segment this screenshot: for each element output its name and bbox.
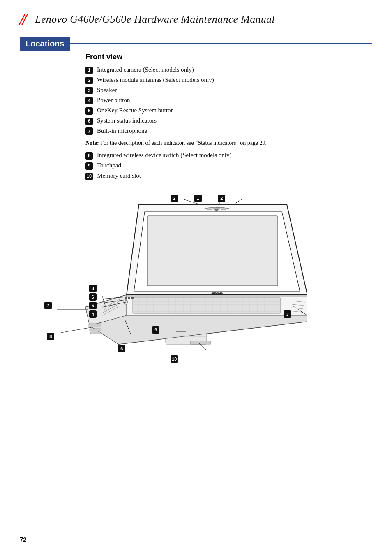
- list-item: 3Speaker: [85, 86, 372, 95]
- item-badge: 2: [85, 77, 93, 84]
- callout-8: 8: [47, 333, 54, 340]
- svg-rect-6: [133, 298, 281, 313]
- item-text: Memory card slot: [97, 171, 141, 181]
- list-item: 5OneKey Rescue System button: [85, 106, 372, 115]
- svg-rect-5: [221, 208, 226, 210]
- list-item: 2Wireless module antennas (Select models…: [85, 76, 372, 85]
- svg-text:lenovo: lenovo: [212, 292, 223, 296]
- list-item: 4Power button: [85, 96, 372, 105]
- logo: //: [20, 12, 28, 27]
- item-text: Integrated camera (Select models only): [97, 65, 194, 74]
- item-badge: 3: [85, 87, 93, 94]
- list-item: 6System status indicators: [85, 116, 372, 125]
- callout-7: 7: [44, 302, 52, 309]
- note-text: Note: For the description of each indica…: [85, 139, 372, 147]
- item-text: System status indicators: [97, 116, 157, 125]
- callout-9: 9: [152, 326, 159, 334]
- callout-1: 1: [194, 195, 202, 202]
- page-number: 72: [20, 536, 27, 543]
- item-badge: 10: [85, 173, 93, 180]
- note-content: For the description of each indicator, s…: [100, 140, 267, 146]
- callout-2a: 2: [171, 195, 178, 202]
- callout-3b: 3: [284, 310, 291, 318]
- logo-slashes: //: [20, 12, 25, 27]
- items-list-1: 1Integrated camera (Select models only)2…: [85, 65, 372, 135]
- svg-point-2: [216, 208, 217, 210]
- front-view-section: Front view 1Integrated camera (Select mo…: [85, 53, 372, 181]
- item-text: Integrated wireless device switch (Selec…: [97, 151, 231, 160]
- note-bold: Note:: [85, 140, 99, 146]
- item-text: Power button: [97, 96, 130, 105]
- svg-rect-0: [147, 216, 278, 286]
- callout-6b: 6: [118, 345, 125, 352]
- page-header: // Lenovo G460e/G560e Hardware Maintenan…: [0, 0, 392, 35]
- callout-3a: 3: [89, 285, 97, 292]
- list-item: 7Built-in microphone: [85, 127, 372, 136]
- item-badge: 8: [85, 152, 93, 160]
- callout-4: 4: [89, 310, 97, 318]
- list-item: 1Integrated camera (Select models only): [85, 65, 372, 74]
- callout-6: 6: [89, 293, 97, 301]
- section-title: Locations: [20, 37, 70, 51]
- item-badge: 4: [85, 97, 93, 104]
- item-badge: 1: [85, 67, 93, 74]
- item-text: Speaker: [97, 86, 117, 95]
- item-text: Wireless module antennas (Select models …: [97, 76, 214, 85]
- header-title: Lenovo G460e/G560e Hardware Maintenance …: [35, 13, 275, 25]
- subsection-title: Front view: [85, 53, 372, 61]
- item-badge: 5: [85, 107, 93, 115]
- list-item: 8Integrated wireless device switch (Sele…: [85, 151, 372, 160]
- callout-5: 5: [89, 302, 97, 309]
- svg-rect-43: [89, 324, 101, 327]
- item-badge: 6: [85, 118, 93, 125]
- svg-rect-45: [90, 332, 100, 334]
- svg-line-59: [61, 327, 94, 333]
- items-list-2: 8Integrated wireless device switch (Sele…: [85, 151, 372, 180]
- list-item: 9Touchpad: [85, 161, 372, 170]
- item-badge: 7: [85, 127, 93, 135]
- list-item: 10Memory card slot: [85, 171, 372, 181]
- item-text: Built-in microphone: [97, 127, 147, 136]
- laptop-illustration: lenovo: [44, 188, 307, 361]
- item-badge: 9: [85, 162, 93, 170]
- item-text: OneKey Rescue System button: [97, 106, 174, 115]
- callout-2b: 2: [218, 195, 225, 202]
- svg-rect-4: [213, 208, 220, 208]
- item-text: Touchpad: [97, 161, 121, 170]
- svg-rect-46: [190, 341, 211, 344]
- callout-10: 10: [171, 355, 178, 363]
- svg-rect-3: [207, 208, 212, 210]
- svg-line-51: [233, 199, 242, 204]
- svg-rect-44: [90, 329, 101, 331]
- laptop-diagram: lenovo: [44, 188, 307, 361]
- locations-section: Locations Front view 1Integrated camera …: [20, 43, 372, 361]
